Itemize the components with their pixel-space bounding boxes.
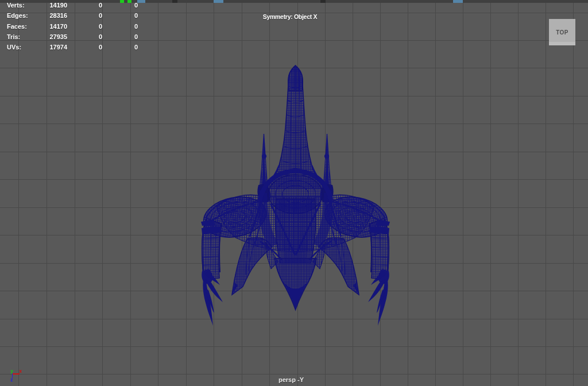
svg-text:z: z — [10, 377, 13, 383]
svg-text:y: y — [10, 368, 13, 374]
svg-text:TOP: TOP — [556, 29, 568, 36]
svg-text:x: x — [19, 368, 22, 374]
